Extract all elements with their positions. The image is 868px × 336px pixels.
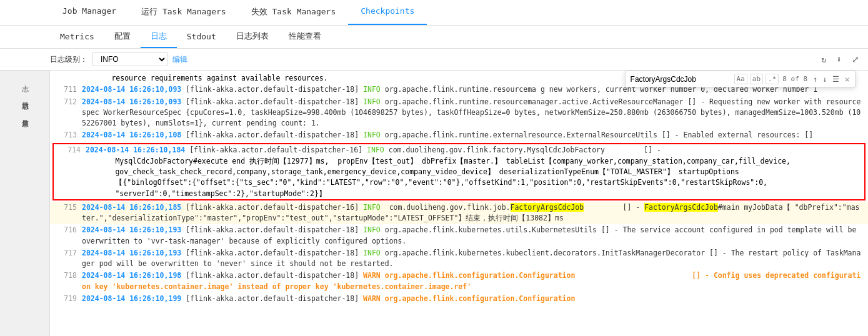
search-close-button[interactable]: × xyxy=(845,74,850,84)
search-option-aa[interactable]: Aa xyxy=(734,74,747,84)
tab-stdout[interactable]: Stdout xyxy=(177,27,226,47)
tab-failed-task-managers[interactable]: 失效 Task Managers xyxy=(239,0,349,25)
search-next-button[interactable]: ↓ xyxy=(821,74,829,84)
level-711: INFO xyxy=(363,85,381,94)
class-716: org.apache.flink.kubernetes.utils.Kubern… xyxy=(385,225,597,234)
top-tabs: Job Manager 运行 Task Managers 失效 Task Man… xyxy=(0,0,868,26)
log-level-select[interactable]: INFO DEBUG WARN ERROR xyxy=(92,52,167,66)
line-num-717: 717 xyxy=(55,248,77,259)
thread-714: [flink-akka.actor.default-dispatcher-16] xyxy=(189,146,362,154)
timestamp-717: 2024-08-14 16:26:10,193 xyxy=(82,249,181,257)
tab-log[interactable]: 日志 xyxy=(141,26,177,48)
search-count: 8 of 8 xyxy=(782,75,807,83)
tab-config[interactable]: 配置 xyxy=(104,26,141,48)
level-716: INFO xyxy=(363,225,381,234)
log-line-714-container: 714 2024-08-14 16:26:10,184 [flink-akka.… xyxy=(52,143,866,200)
line-num-719: 719 xyxy=(55,294,77,304)
expand-icon[interactable]: ⤢ xyxy=(849,53,862,66)
timestamp-716: 2024-08-14 16:26:10,193 xyxy=(82,225,181,234)
level-717: INFO xyxy=(363,249,381,257)
tab-metrics[interactable]: Metrics xyxy=(50,27,104,47)
tab-checkpoints[interactable]: Checkpoints xyxy=(348,0,427,25)
log-714-cont3: 【{"binlogOffset":{"offset":{"ts_sec":"0"… xyxy=(54,177,864,188)
timestamp-711: 2024-08-14 16:26:10,093 xyxy=(82,85,181,94)
line-num-715: 715 xyxy=(55,202,77,213)
thread-717: [flink-akka.actor.default-dispatcher-18] xyxy=(186,249,359,257)
level-713: INFO xyxy=(363,131,381,139)
log-line-714: 714 2024-08-14 16:26:10,184 [flink-akka.… xyxy=(54,144,864,156)
search-overlay: Aa ab .* 8 of 8 ↑ ↓ ☰ × xyxy=(625,71,856,87)
timestamp-712: 2024-08-14 16:26:10,093 xyxy=(82,97,181,106)
sidebar-item-log[interactable]: 志 xyxy=(17,77,32,82)
search-nav: ↑ ↓ ☰ xyxy=(811,74,841,84)
log-714-cont2: gov_check_task_check_record,company,stor… xyxy=(54,167,864,177)
msg-713: [] - Enabled external resources: [] xyxy=(662,131,813,139)
class-713: org.apache.flink.runtime.externalresourc… xyxy=(385,131,657,139)
thread-711: [flink-akka.actor.default-dispatcher-18] xyxy=(186,85,359,94)
search-prev-button[interactable]: ↑ xyxy=(811,74,819,84)
thread-715: [flink-akka.actor.default-dispatcher-16] xyxy=(186,203,359,212)
line-num-718: 718 xyxy=(55,270,77,281)
log-line-717: 717 2024-08-14 16:26:10,193 [flink-akka.… xyxy=(50,247,868,270)
log-level-label: 日志级别： xyxy=(50,54,87,65)
tab-perf[interactable]: 性能查看 xyxy=(279,26,331,48)
msg-718: org.apache.flink.configuration.Configura… xyxy=(385,271,576,280)
log-line-715: 715 2024-08-14 16:26:10,185 [flink-akka.… xyxy=(50,202,868,225)
tab-log-list[interactable]: 日志列表 xyxy=(226,26,279,48)
level-712: INFO xyxy=(363,97,381,106)
thread-719: [flink-akka.actor.default-dispatcher-18] xyxy=(186,294,359,303)
log-level-left: 日志级别： INFO DEBUG WARN ERROR 编辑 xyxy=(50,52,187,66)
thread-713: [flink-akka.actor.default-dispatcher-18] xyxy=(186,131,359,139)
class-711: org.apache.flink.runtime.resourcema xyxy=(385,85,536,94)
search-options: Aa ab .* xyxy=(734,74,779,84)
log-line-718: 718 2024-08-14 16:26:10,198 [flink-akka.… xyxy=(50,270,868,293)
line-num-711: 711 xyxy=(55,84,77,95)
log-line-712: 712 2024-08-14 16:26:10,093 [flink-akka.… xyxy=(50,96,868,130)
thread-718: [flink-akka.actor.default-dispatcher-18] xyxy=(186,271,359,280)
search-input[interactable] xyxy=(631,75,731,84)
log-714-cont4: "serverId":0,"timestampSec":2},"startupM… xyxy=(54,189,864,199)
timestamp-714: 2024-08-14 16:26:10,184 xyxy=(86,146,185,154)
line-num-714: 714 xyxy=(59,145,81,156)
class-717: org.apache.flink.kubernetes.kubeclient.d… xyxy=(385,249,705,257)
level-715: INFO xyxy=(363,203,381,212)
search-option-ab[interactable]: ab xyxy=(750,74,763,84)
log-line-713: 713 2024-08-14 16:26:10,108 [flink-akka.… xyxy=(50,129,868,141)
search-option-regex[interactable]: .* xyxy=(766,74,779,84)
log-area[interactable]: resource requirements against available … xyxy=(50,71,868,336)
line-num-716: 716 xyxy=(55,225,77,235)
sidebar-item-startup-log[interactable]: 启动日志 xyxy=(17,94,32,99)
msg-714: [] - xyxy=(644,146,661,154)
sub-tabs: Metrics 配置 日志 Stdout 日志列表 性能查看 xyxy=(0,26,868,49)
level-718: WARN xyxy=(363,271,381,280)
log-line-719: 719 2024-08-14 16:26:10,199 [flink-akka.… xyxy=(50,293,868,305)
timestamp-719: 2024-08-14 16:26:10,199 xyxy=(82,294,181,303)
thread-712: [flink-akka.actor.default-dispatcher-18] xyxy=(186,97,359,106)
line-num-713: 713 xyxy=(55,130,77,141)
left-sidebar: 志 启动日志 异常信息 xyxy=(0,71,50,336)
msg-719: org.apache.flink.configuration.Configura… xyxy=(385,294,576,303)
log-level-right: ↻ ⬇ ⤢ xyxy=(819,53,862,66)
refresh-icon[interactable]: ↻ xyxy=(819,53,829,66)
thread-716: [flink-akka.actor.default-dispatcher-18] xyxy=(186,225,359,234)
class-714: com.duoliheng.gov.flink.factory.MysqlCdc… xyxy=(389,146,605,154)
content-area: 志 启动日志 异常信息 resource requirements agains… xyxy=(0,71,868,336)
timestamp-713: 2024-08-14 16:26:10,108 xyxy=(82,131,181,139)
search-list-button[interactable]: ☰ xyxy=(831,74,841,84)
tab-running-task-managers[interactable]: 运行 Task Managers xyxy=(129,0,239,25)
sidebar-item-exception[interactable]: 异常信息 xyxy=(17,112,32,117)
log-line-716: 716 2024-08-14 16:26:10,193 [flink-akka.… xyxy=(50,224,868,247)
download-icon[interactable]: ⬇ xyxy=(834,53,844,66)
level-714: INFO xyxy=(367,146,384,154)
line-num-712: 712 xyxy=(55,97,77,107)
level-719: WARN xyxy=(363,294,381,303)
class-712: org.apache.flink.runtime.resourcemanager… xyxy=(385,97,684,106)
log-714-cont1: MysqlCdcJobFactory#execute end 执行时间【1297… xyxy=(54,156,864,167)
edit-button[interactable]: 编辑 xyxy=(172,54,187,65)
log-level-bar: 日志级别： INFO DEBUG WARN ERROR 编辑 ↻ ⬇ ⤢ xyxy=(0,49,868,71)
main-container: Job Manager 运行 Task Managers 失效 Task Man… xyxy=(0,0,868,336)
class-715: com.duoliheng.gov.flink.job.FactoryArgsC… xyxy=(389,203,584,212)
timestamp-715: 2024-08-14 16:26:10,185 xyxy=(82,203,181,212)
tab-job-manager[interactable]: Job Manager xyxy=(50,0,129,25)
timestamp-718: 2024-08-14 16:26:10,198 xyxy=(82,271,181,280)
